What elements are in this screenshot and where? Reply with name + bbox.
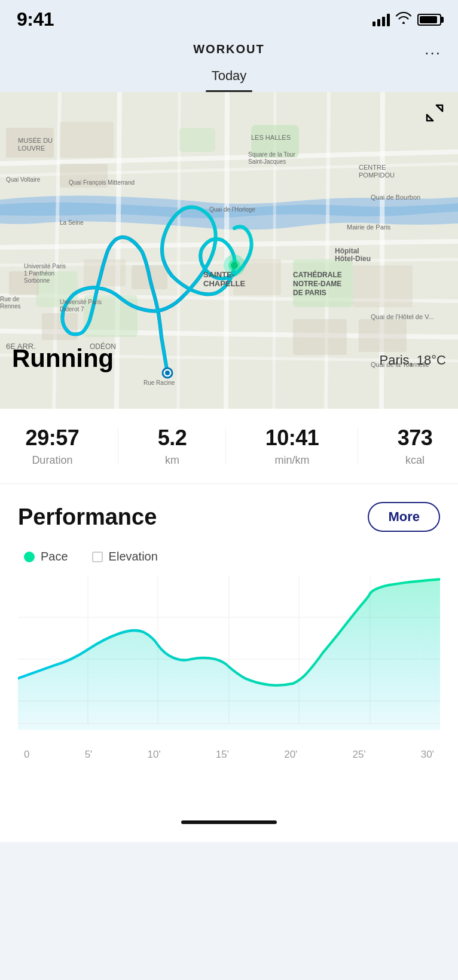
svg-point-33 bbox=[231, 262, 238, 269]
svg-text:Université Paris: Université Paris bbox=[24, 263, 66, 270]
svg-text:1 Panthéon: 1 Panthéon bbox=[24, 270, 54, 277]
header: WORKOUT ... bbox=[0, 36, 458, 56]
svg-rect-29 bbox=[353, 265, 413, 307]
status-bar: 9:41 bbox=[0, 0, 458, 36]
svg-point-35 bbox=[165, 370, 170, 375]
legend-pace-dot bbox=[24, 552, 35, 562]
svg-text:CATHÉDRALE: CATHÉDRALE bbox=[293, 270, 342, 279]
status-time: 9:41 bbox=[17, 8, 54, 30]
svg-text:LES HALLES: LES HALLES bbox=[251, 134, 291, 141]
svg-rect-30 bbox=[359, 319, 407, 352]
svg-text:Université Paris: Université Paris bbox=[60, 299, 102, 305]
chart-x-labels: 0 5' 10' 15' 20' 25' 30' bbox=[18, 749, 440, 761]
stat-calories-label: kcal bbox=[405, 454, 425, 467]
stat-pace-label: min/km bbox=[274, 454, 309, 467]
performance-header: Performance More bbox=[18, 502, 440, 532]
more-button[interactable]: More bbox=[368, 502, 440, 532]
svg-text:SAINTE-: SAINTE- bbox=[203, 270, 234, 279]
svg-line-11 bbox=[226, 92, 227, 409]
stat-duration-label: Duration bbox=[32, 454, 72, 467]
x-label-25: 25' bbox=[353, 749, 366, 761]
svg-text:Mairie de Paris: Mairie de Paris bbox=[347, 223, 391, 231]
svg-rect-21 bbox=[60, 122, 114, 158]
pace-chart bbox=[18, 575, 440, 743]
stat-distance: 5.2 km bbox=[158, 425, 187, 467]
svg-text:CHAPELLE: CHAPELLE bbox=[203, 279, 245, 288]
stat-divider-1 bbox=[118, 428, 118, 464]
signal-icon bbox=[372, 13, 390, 26]
page-title: WORKOUT bbox=[193, 42, 265, 56]
performance-title: Performance bbox=[18, 504, 157, 530]
svg-rect-19 bbox=[179, 128, 215, 152]
tab-bar: Today bbox=[0, 56, 458, 92]
legend-elevation-square bbox=[92, 552, 103, 562]
more-menu-button[interactable]: ... bbox=[425, 40, 441, 59]
legend-elevation[interactable]: Elevation bbox=[92, 550, 158, 564]
chart-legend: Pace Elevation bbox=[18, 550, 440, 564]
svg-text:Quai de l'Hôtel de V...: Quai de l'Hôtel de V... bbox=[371, 313, 434, 320]
svg-text:Rue de: Rue de bbox=[0, 296, 20, 302]
svg-text:Quai Voltaire: Quai Voltaire bbox=[6, 176, 41, 183]
map-view: MUSÉE DU LOUVRE Quai François Mitterrand… bbox=[0, 92, 458, 409]
activity-type-label: Running bbox=[12, 344, 114, 373]
stat-pace: 10:41 min/km bbox=[265, 425, 319, 467]
battery-icon bbox=[417, 14, 441, 26]
svg-text:Quai de l'Horloge: Quai de l'Horloge bbox=[209, 206, 255, 213]
svg-text:Hôtel-Dieu: Hôtel-Dieu bbox=[335, 255, 371, 263]
svg-text:LOUVRE: LOUVRE bbox=[18, 145, 45, 152]
svg-text:La Seine: La Seine bbox=[60, 219, 84, 226]
location-label: Paris, 18°C bbox=[379, 353, 446, 368]
home-indicator bbox=[181, 820, 277, 824]
svg-line-69 bbox=[427, 115, 433, 121]
stat-calories-value: 373 bbox=[398, 425, 433, 451]
svg-text:Quai de Bourbon: Quai de Bourbon bbox=[371, 194, 420, 201]
svg-text:Rennes: Rennes bbox=[0, 303, 20, 310]
bottom-bar bbox=[0, 808, 458, 842]
stat-duration: 29:57 Duration bbox=[26, 425, 80, 467]
svg-text:Sorbonne: Sorbonne bbox=[24, 277, 50, 284]
status-icons bbox=[372, 12, 441, 27]
svg-text:Square de la Tour: Square de la Tour bbox=[248, 151, 295, 158]
svg-rect-24 bbox=[42, 313, 78, 340]
stat-divider-3 bbox=[358, 428, 358, 464]
svg-text:Diderot 7: Diderot 7 bbox=[60, 306, 84, 313]
wifi-icon bbox=[396, 12, 411, 27]
stat-duration-value: 29:57 bbox=[26, 425, 80, 451]
svg-text:DE PARIS: DE PARIS bbox=[293, 289, 326, 297]
x-label-15: 15' bbox=[216, 749, 229, 761]
x-label-20: 20' bbox=[284, 749, 297, 761]
svg-line-9 bbox=[117, 92, 120, 409]
svg-text:NOTRE-DAME: NOTRE-DAME bbox=[293, 280, 341, 288]
legend-pace[interactable]: Pace bbox=[24, 550, 68, 564]
svg-text:CENTRE: CENTRE bbox=[359, 164, 386, 171]
x-label-10: 10' bbox=[148, 749, 161, 761]
legend-elevation-label: Elevation bbox=[109, 550, 158, 564]
stats-row: 29:57 Duration 5.2 km 10:41 min/km 373 k… bbox=[0, 409, 458, 484]
svg-text:Hôpital: Hôpital bbox=[335, 247, 359, 255]
x-label-30: 30' bbox=[421, 749, 434, 761]
svg-text:Quai François Mitterrand: Quai François Mitterrand bbox=[69, 179, 135, 186]
svg-text:MUSÉE DU: MUSÉE DU bbox=[18, 137, 53, 144]
legend-pace-label: Pace bbox=[41, 550, 68, 564]
stat-distance-value: 5.2 bbox=[158, 425, 187, 451]
svg-text:Rue Racine: Rue Racine bbox=[143, 379, 175, 386]
stat-pace-value: 10:41 bbox=[265, 425, 319, 451]
svg-text:Saint-Jacques: Saint-Jacques bbox=[248, 158, 286, 165]
stat-divider-2 bbox=[225, 428, 226, 464]
stat-distance-label: km bbox=[165, 454, 179, 467]
svg-line-10 bbox=[178, 92, 179, 409]
svg-text:POMPIDOU: POMPIDOU bbox=[359, 172, 395, 179]
expand-map-button[interactable] bbox=[422, 100, 447, 125]
x-label-5: 5' bbox=[85, 749, 93, 761]
tab-today[interactable]: Today bbox=[200, 63, 259, 92]
stat-calories: 373 kcal bbox=[398, 425, 433, 467]
performance-section: Performance More Pace Elevation bbox=[0, 484, 458, 773]
svg-rect-28 bbox=[293, 319, 347, 355]
x-label-0: 0 bbox=[24, 749, 29, 761]
svg-line-68 bbox=[436, 105, 442, 111]
